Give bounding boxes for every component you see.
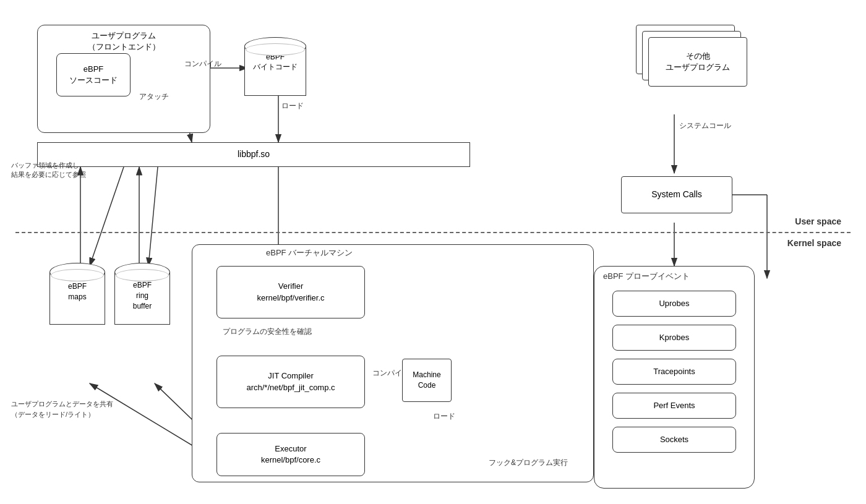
- system-calls-box: System Calls: [621, 176, 732, 213]
- system-call-label: システムコール: [679, 121, 731, 131]
- ebpf-vm-label: eBPF バーチャルマシン: [266, 247, 353, 258]
- ebpf-source-box: eBPFソースコード: [56, 53, 131, 96]
- libbpf-label: libbpf.so: [238, 148, 270, 161]
- ebpf-source-label: eBPFソースコード: [69, 64, 118, 86]
- load-label: ロード: [281, 101, 304, 111]
- tracepoints-box: Tracepoints: [612, 359, 736, 385]
- system-calls-label: System Calls: [651, 189, 702, 201]
- attach-label: アタッチ: [139, 92, 169, 102]
- ebpf-maps-cylinder: eBPFmaps: [49, 263, 105, 331]
- libbpf-box: libbpf.so: [37, 142, 470, 167]
- machine-code-box: MachineCode: [402, 359, 452, 402]
- other-user-programs-label: その他ユーザプログラム: [666, 51, 730, 73]
- uprobes-label: Uprobes: [659, 298, 689, 309]
- verifier-label: Verifierkernel/bpf/verifier.c: [257, 281, 324, 303]
- diagram: ユーザプログラム（フロントエンド） eBPFソースコード コンパイル アタッチ …: [0, 0, 866, 504]
- machine-code-label: MachineCode: [413, 370, 440, 391]
- user-program-outer: ユーザプログラム（フロントエンド） eBPFソースコード: [37, 25, 210, 133]
- buffer-note-label: バッファ領域を作成し、結果を必要に応じて参照: [11, 161, 86, 180]
- kprobes-label: Kprobes: [659, 332, 689, 343]
- verifier-box: Verifierkernel/bpf/verifier.c: [216, 266, 365, 318]
- perf-events-box: Perf Events: [612, 393, 736, 419]
- ebpf-probe-label: eBPF プローブイベント: [603, 271, 690, 282]
- load2-label: ロード: [433, 411, 455, 422]
- executor-box: Executorkernel/bpf/core.c: [216, 433, 365, 476]
- ebpf-ring-buffer-cylinder: eBPFringbuffer: [114, 263, 170, 331]
- user-program-label: ユーザプログラム（フロントエンド）: [38, 30, 210, 53]
- hook-execute-label: フック&プログラム実行: [489, 458, 568, 468]
- executor-label: Executorkernel/bpf/core.c: [261, 443, 320, 466]
- perf-events-label: Perf Events: [653, 400, 695, 411]
- jit-compiler-label: JIT Compilerarch/*/net/bpf_jit_comp.c: [246, 370, 335, 393]
- jit-compiler-box: JIT Compilerarch/*/net/bpf_jit_comp.c: [216, 356, 365, 408]
- sockets-box: Sockets: [612, 427, 736, 453]
- uprobes-box: Uprobes: [612, 291, 736, 317]
- user-space-label: User space: [795, 216, 841, 226]
- sockets-label: Sockets: [660, 434, 688, 445]
- kprobes-box: Kprobes: [612, 325, 736, 351]
- space-divider: [15, 232, 851, 233]
- ebpf-bytecode-cylinder: eBPFバイトコード: [244, 37, 306, 99]
- svg-line-6: [90, 167, 124, 266]
- share-note-label: ユーザプログラムとデータを共有（データをリード/ライト）: [11, 399, 113, 419]
- kernel-space-label: Kernel space: [787, 238, 841, 248]
- svg-line-7: [148, 167, 158, 266]
- tracepoints-label: Tracepoints: [653, 366, 695, 377]
- compile-label: コンパイル: [184, 59, 221, 69]
- verify-note-label: プログラムの安全性を確認: [223, 327, 312, 337]
- other-user-programs-front: その他ユーザプログラム: [648, 37, 747, 87]
